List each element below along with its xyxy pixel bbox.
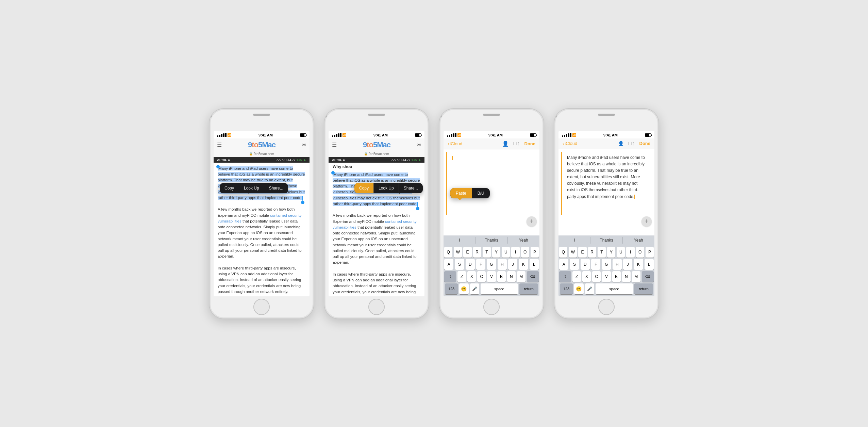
done-button-4[interactable]: Done bbox=[639, 141, 651, 146]
key-space-4[interactable]: space bbox=[596, 283, 633, 294]
share-icon-notes[interactable]: □↑ bbox=[514, 141, 520, 147]
share-menu-item-2[interactable]: Share... bbox=[399, 183, 423, 193]
key-g-4[interactable]: G bbox=[602, 259, 611, 270]
key-e[interactable]: E bbox=[463, 247, 471, 258]
paste-menu-item-3[interactable]: Paste bbox=[450, 188, 472, 198]
key-h-4[interactable]: H bbox=[613, 259, 622, 270]
key-p-4[interactable]: P bbox=[646, 247, 654, 258]
key-o[interactable]: O bbox=[521, 247, 529, 258]
key-n-4[interactable]: N bbox=[622, 271, 631, 282]
key-k[interactable]: K bbox=[519, 259, 528, 270]
article-link[interactable]: contained security vulnerabilities bbox=[218, 213, 302, 223]
suggestion-thanks-4[interactable]: Thanks bbox=[590, 237, 622, 244]
key-p[interactable]: P bbox=[531, 247, 539, 258]
plus-button-4[interactable]: + bbox=[641, 216, 652, 227]
plus-button-3[interactable]: + bbox=[527, 216, 537, 227]
key-delete-4[interactable]: ⌫ bbox=[642, 271, 654, 282]
people-icon-4[interactable]: 👤 bbox=[618, 141, 624, 146]
key-l-4[interactable]: L bbox=[645, 259, 654, 270]
lookup-menu-item-2[interactable]: Look Up bbox=[374, 183, 399, 193]
key-123[interactable]: 123 bbox=[445, 283, 458, 294]
context-menu-2[interactable]: Copy Look Up Share... bbox=[354, 183, 423, 193]
key-j-4[interactable]: J bbox=[623, 259, 632, 270]
done-button-3[interactable]: Done bbox=[524, 141, 536, 146]
key-d-4[interactable]: D bbox=[581, 259, 590, 270]
key-t-4[interactable]: T bbox=[598, 247, 606, 258]
share-icon-notes-4[interactable]: □↑ bbox=[629, 141, 635, 147]
key-w-4[interactable]: W bbox=[569, 247, 577, 258]
key-q[interactable]: Q bbox=[444, 247, 452, 258]
back-label[interactable]: iCloud bbox=[450, 141, 462, 146]
article-link-2[interactable]: contained security vulnerabilities bbox=[333, 219, 417, 229]
key-s[interactable]: S bbox=[455, 259, 464, 270]
key-x[interactable]: X bbox=[467, 271, 476, 282]
key-mic[interactable]: 🎤 bbox=[470, 283, 480, 294]
key-123-4[interactable]: 123 bbox=[560, 283, 573, 294]
key-x-4[interactable]: X bbox=[582, 271, 591, 282]
key-i[interactable]: I bbox=[511, 247, 519, 258]
key-return[interactable]: return bbox=[519, 283, 538, 294]
key-a-4[interactable]: A bbox=[559, 259, 568, 270]
key-n[interactable]: N bbox=[507, 271, 516, 282]
key-l[interactable]: L bbox=[530, 259, 539, 270]
paste-menu-3[interactable]: Paste B/U bbox=[450, 188, 490, 198]
bu-menu-item-3[interactable]: B/U bbox=[472, 188, 490, 198]
key-k-4[interactable]: K bbox=[634, 259, 643, 270]
notes-body-3[interactable] bbox=[446, 152, 537, 215]
key-h[interactable]: H bbox=[498, 259, 507, 270]
key-e-4[interactable]: E bbox=[578, 247, 586, 258]
key-z-4[interactable]: Z bbox=[572, 271, 581, 282]
key-delete[interactable]: ⌫ bbox=[527, 271, 539, 282]
key-o-4[interactable]: O bbox=[636, 247, 644, 258]
suggestion-i[interactable]: I bbox=[444, 237, 475, 244]
suggestion-yeah[interactable]: Yeah bbox=[508, 237, 539, 244]
key-b[interactable]: B bbox=[497, 271, 506, 282]
share-menu-item[interactable]: Share... bbox=[264, 183, 288, 193]
key-r[interactable]: R bbox=[473, 247, 481, 258]
menu-icon[interactable]: ☰ bbox=[217, 142, 222, 148]
key-z[interactable]: Z bbox=[457, 271, 466, 282]
key-shift[interactable]: ⇧ bbox=[444, 271, 456, 282]
key-i-4[interactable]: I bbox=[626, 247, 634, 258]
key-d[interactable]: D bbox=[466, 259, 475, 270]
key-f-4[interactable]: F bbox=[591, 259, 600, 270]
key-m[interactable]: M bbox=[517, 271, 525, 282]
key-space[interactable]: space bbox=[481, 283, 518, 294]
suggestion-thanks[interactable]: Thanks bbox=[475, 237, 507, 244]
key-t[interactable]: T bbox=[483, 247, 491, 258]
key-c-4[interactable]: C bbox=[592, 271, 601, 282]
key-f[interactable]: F bbox=[476, 259, 485, 270]
copy-menu-item[interactable]: Copy bbox=[220, 183, 239, 193]
key-r-4[interactable]: R bbox=[588, 247, 596, 258]
notes-body-4[interactable]: Many iPhone and iPad users have come to … bbox=[561, 152, 652, 215]
search-icon-2[interactable]: ⚮ bbox=[417, 142, 421, 148]
key-w[interactable]: W bbox=[454, 247, 462, 258]
suggestion-i-4[interactable]: I bbox=[558, 237, 590, 244]
context-menu-1[interactable]: Copy Look Up Share... bbox=[220, 183, 288, 193]
key-m-4[interactable]: M bbox=[632, 271, 640, 282]
key-y-4[interactable]: Y bbox=[607, 247, 615, 258]
copy-menu-item-2[interactable]: Copy bbox=[354, 183, 374, 193]
key-s-4[interactable]: S bbox=[570, 259, 579, 270]
key-y[interactable]: Y bbox=[492, 247, 500, 258]
key-v-4[interactable]: V bbox=[602, 271, 611, 282]
key-b-4[interactable]: B bbox=[612, 271, 621, 282]
key-mic-4[interactable]: 🎤 bbox=[585, 283, 595, 294]
search-icon[interactable]: ⚮ bbox=[302, 142, 306, 148]
notes-back-4[interactable]: ‹ iCloud bbox=[563, 141, 577, 146]
key-v[interactable]: V bbox=[487, 271, 496, 282]
lookup-menu-item[interactable]: Look Up bbox=[239, 183, 264, 193]
notes-back-3[interactable]: ‹ iCloud bbox=[448, 141, 462, 146]
key-j[interactable]: J bbox=[508, 259, 517, 270]
key-g[interactable]: G bbox=[487, 259, 496, 270]
suggestion-yeah-4[interactable]: Yeah bbox=[623, 237, 654, 244]
key-u-4[interactable]: U bbox=[617, 247, 625, 258]
key-shift-4[interactable]: ⇧ bbox=[559, 271, 571, 282]
key-c[interactable]: C bbox=[477, 271, 486, 282]
key-emoji[interactable]: 😊 bbox=[459, 283, 469, 294]
key-u[interactable]: U bbox=[502, 247, 510, 258]
key-emoji-4[interactable]: 😊 bbox=[574, 283, 584, 294]
people-icon[interactable]: 👤 bbox=[502, 141, 509, 147]
key-q-4[interactable]: Q bbox=[559, 247, 567, 258]
key-return-4[interactable]: return bbox=[634, 283, 653, 294]
